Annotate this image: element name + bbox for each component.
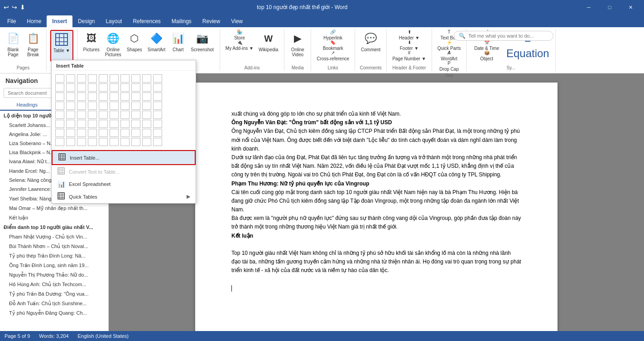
nav-list-item[interactable]: Tỷ phú Trần Bá Dương: "Ông vua... [0, 289, 108, 299]
grid-cell[interactable] [88, 138, 97, 146]
grid-cell[interactable] [142, 93, 151, 101]
tab-design[interactable]: Design [72, 15, 100, 27]
my-addins-button[interactable]: 🔌 My Add-ins ▼ [224, 40, 255, 50]
grid-cell[interactable] [88, 129, 97, 137]
grid-cell[interactable] [55, 102, 64, 110]
tab-layout[interactable]: Layout [100, 15, 127, 27]
grid-cell[interactable] [77, 111, 86, 119]
grid-cell[interactable] [77, 102, 86, 110]
tab-mailings[interactable]: Mailings [166, 15, 197, 27]
grid-cell[interactable] [99, 138, 108, 146]
nav-list-item[interactable]: Tỷ phú thép Trần Đình Long: Nă... [0, 251, 108, 261]
wordart-button[interactable]: A WordArt [436, 51, 463, 61]
grid-cell[interactable] [120, 93, 130, 101]
grid-cell[interactable] [99, 74, 108, 83]
grid-cell[interactable] [131, 120, 140, 128]
grid-cell[interactable] [110, 120, 119, 128]
tab-home[interactable]: Home [21, 15, 47, 27]
grid-cell[interactable] [99, 102, 108, 110]
grid-cell[interactable] [131, 102, 140, 110]
blank-page-button[interactable]: 📄 BlankPage [4, 30, 23, 62]
grid-cell[interactable] [142, 129, 151, 137]
bookmark-button[interactable]: 🔖 Bookmark [315, 40, 351, 50]
grid-cell[interactable] [142, 74, 151, 83]
grid-cell[interactable] [55, 83, 64, 92]
grid-cell[interactable] [77, 120, 86, 128]
grid-cell[interactable] [66, 93, 75, 101]
page-break-button[interactable]: 📋 PageBreak [24, 30, 43, 62]
shapes-button[interactable]: ⬡ Shapes [125, 30, 144, 62]
excel-spreadsheet-menu-item[interactable]: 📊 Excel Spreadsheet [52, 178, 196, 190]
online-video-button[interactable]: ▶ OnlineVideo [288, 30, 307, 62]
wikipedia-button[interactable]: W Wikipedia [256, 30, 280, 62]
grid-cell[interactable] [131, 138, 140, 146]
grid-cell[interactable] [120, 138, 130, 146]
grid-cell[interactable] [120, 111, 130, 119]
grid-cell[interactable] [131, 129, 140, 137]
grid-cell[interactable] [66, 129, 75, 137]
table-grid[interactable] [52, 71, 196, 150]
nav-list-item[interactable]: Ông Trần Đình Long, sinh năm 19... [0, 261, 108, 270]
quick-parts-button[interactable]: ⚡ Quick Parts [436, 40, 463, 50]
nav-tab-headings[interactable]: Headings [0, 100, 54, 111]
cross-reference-button[interactable]: ↗ Cross-reference [315, 51, 351, 61]
grid-cell[interactable] [142, 120, 151, 128]
online-pictures-button[interactable]: 🌐 OnlinePictures [103, 30, 124, 62]
grid-cell[interactable] [110, 129, 119, 137]
grid-cell[interactable] [55, 129, 64, 137]
page-number-button[interactable]: # Page Number ▼ [390, 51, 428, 61]
tab-insert[interactable]: Insert [47, 15, 72, 27]
grid-cell[interactable] [142, 83, 151, 92]
grid-cell[interactable] [99, 129, 108, 137]
save-button[interactable]: ⬇ [20, 4, 25, 11]
close-button[interactable]: ✕ [620, 0, 640, 14]
grid-cell[interactable] [153, 102, 162, 110]
grid-cell[interactable] [142, 111, 151, 119]
grid-cell[interactable] [66, 102, 75, 110]
date-time-button[interactable]: 📅 Date & Time [470, 40, 503, 50]
nav-list-item[interactable]: Pham Nhật Vượng - Chủ tịch Vin... [0, 232, 108, 242]
grid-cell[interactable] [153, 83, 162, 92]
grid-cell[interactable] [131, 111, 140, 119]
grid-cell[interactable] [153, 74, 162, 83]
grid-cell[interactable] [77, 74, 86, 83]
grid-cell[interactable] [120, 83, 130, 92]
hyperlink-button[interactable]: 🔗 Hyperlink [315, 30, 351, 40]
tell-me-input[interactable] [468, 33, 548, 39]
grid-cell[interactable] [88, 120, 97, 128]
nav-list-item[interactable]: Hồ Hùng Anh: Chủ tịch Techcom... [0, 280, 108, 289]
grid-cell[interactable] [110, 93, 119, 101]
grid-cell[interactable] [99, 111, 108, 119]
grid-cell[interactable] [88, 111, 97, 119]
nav-list-item[interactable]: Nguyễn Thị Phương Thảo: Nữ do... [0, 270, 108, 280]
nav-list-item[interactable]: Mai Omar – Mỹ nhân đẹp nhất th... [0, 204, 108, 213]
grid-cell[interactable] [131, 74, 140, 83]
insert-table-menu-item[interactable]: Insert Table... [52, 150, 196, 165]
redo-button[interactable]: ↪ [12, 4, 17, 11]
table-button[interactable]: Table ▼ [50, 30, 73, 62]
grid-cell[interactable] [55, 111, 64, 119]
screenshot-button[interactable]: 📷 Screenshot [188, 30, 216, 62]
grid-cell[interactable] [77, 129, 86, 137]
grid-cell[interactable] [110, 102, 119, 110]
grid-cell[interactable] [55, 138, 64, 146]
grid-cell[interactable] [110, 138, 119, 146]
grid-cell[interactable] [110, 111, 119, 119]
undo-button[interactable]: ↩ [4, 4, 9, 11]
grid-cell[interactable] [77, 93, 86, 101]
pictures-button[interactable]: 🖼 Pictures [81, 30, 102, 62]
grid-cell[interactable] [99, 120, 108, 128]
grid-cell[interactable] [88, 93, 97, 101]
grid-cell[interactable] [153, 129, 162, 137]
grid-cell[interactable] [66, 120, 75, 128]
smartart-button[interactable]: 🔷 SmartArt [145, 30, 168, 62]
grid-cell[interactable] [66, 138, 75, 146]
tab-review[interactable]: Review [197, 15, 226, 27]
grid-cell[interactable] [110, 83, 119, 92]
minimize-button[interactable]: ─ [579, 0, 599, 14]
tab-file[interactable]: File [2, 15, 21, 27]
tell-me-bar[interactable]: 🔍 [454, 31, 553, 41]
nav-list-item[interactable]: Kết luận [0, 213, 108, 223]
object-button[interactable]: 📦 Object [470, 51, 503, 61]
grid-cell[interactable] [120, 102, 130, 110]
